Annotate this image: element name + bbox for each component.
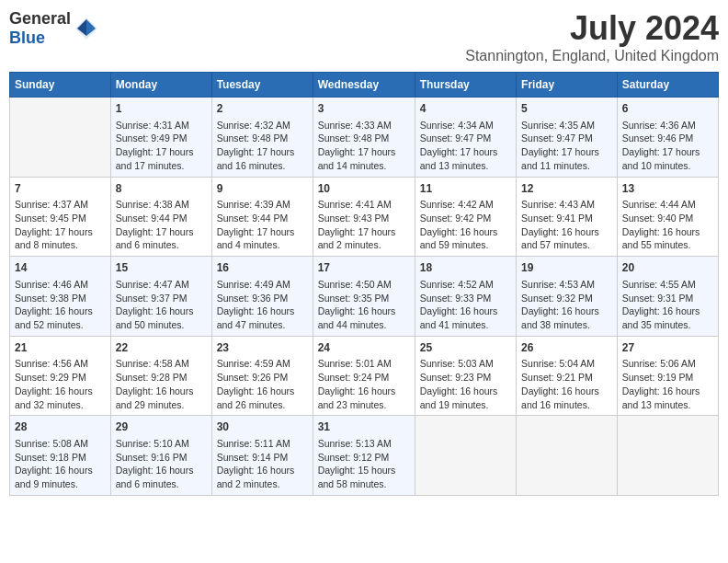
calendar-cell: 15Sunrise: 4:47 AM Sunset: 9:37 PM Dayli… bbox=[110, 257, 211, 337]
day-info: Sunrise: 4:47 AM Sunset: 9:37 PM Dayligh… bbox=[116, 278, 207, 332]
day-number: 28 bbox=[15, 419, 106, 435]
day-number: 10 bbox=[318, 181, 410, 197]
day-number: 29 bbox=[116, 419, 207, 435]
calendar-cell: 3Sunrise: 4:33 AM Sunset: 9:48 PM Daylig… bbox=[313, 98, 415, 178]
calendar-cell: 10Sunrise: 4:41 AM Sunset: 9:43 PM Dayli… bbox=[313, 177, 415, 257]
day-number: 15 bbox=[116, 260, 207, 276]
calendar-cell: 27Sunrise: 5:06 AM Sunset: 9:19 PM Dayli… bbox=[617, 336, 718, 416]
week-row-5: 28Sunrise: 5:08 AM Sunset: 9:18 PM Dayli… bbox=[10, 416, 719, 496]
day-number: 4 bbox=[420, 101, 511, 117]
header-day-wednesday: Wednesday bbox=[313, 73, 415, 98]
day-info: Sunrise: 5:11 AM Sunset: 9:14 PM Dayligh… bbox=[217, 437, 308, 491]
day-info: Sunrise: 4:52 AM Sunset: 9:33 PM Dayligh… bbox=[420, 278, 511, 332]
day-info: Sunrise: 4:53 AM Sunset: 9:32 PM Dayligh… bbox=[521, 278, 612, 332]
day-info: Sunrise: 4:38 AM Sunset: 9:44 PM Dayligh… bbox=[116, 198, 207, 252]
calendar-cell: 22Sunrise: 4:58 AM Sunset: 9:28 PM Dayli… bbox=[110, 336, 211, 416]
day-info: Sunrise: 4:33 AM Sunset: 9:48 PM Dayligh… bbox=[318, 119, 410, 173]
page-header: General Blue July 2024 Stannington, Engl… bbox=[9, 9, 719, 64]
logo-text: General Blue bbox=[9, 9, 71, 48]
day-info: Sunrise: 4:56 AM Sunset: 9:29 PM Dayligh… bbox=[15, 357, 106, 411]
day-number: 14 bbox=[15, 260, 106, 276]
calendar-cell: 12Sunrise: 4:43 AM Sunset: 9:41 PM Dayli… bbox=[517, 177, 618, 257]
day-info: Sunrise: 4:37 AM Sunset: 9:45 PM Dayligh… bbox=[15, 198, 106, 252]
day-info: Sunrise: 5:08 AM Sunset: 9:18 PM Dayligh… bbox=[15, 437, 106, 491]
calendar-cell: 9Sunrise: 4:39 AM Sunset: 9:44 PM Daylig… bbox=[211, 177, 313, 257]
day-number: 7 bbox=[15, 181, 106, 197]
logo: General Blue bbox=[9, 9, 99, 48]
day-number: 11 bbox=[420, 181, 511, 197]
header-day-sunday: Sunday bbox=[10, 73, 111, 98]
week-row-1: 1Sunrise: 4:31 AM Sunset: 9:49 PM Daylig… bbox=[10, 98, 719, 178]
week-row-4: 21Sunrise: 4:56 AM Sunset: 9:29 PM Dayli… bbox=[10, 336, 719, 416]
calendar-cell: 29Sunrise: 5:10 AM Sunset: 9:16 PM Dayli… bbox=[110, 416, 211, 496]
day-number: 5 bbox=[521, 101, 612, 117]
calendar-cell: 30Sunrise: 5:11 AM Sunset: 9:14 PM Dayli… bbox=[211, 416, 313, 496]
day-number: 9 bbox=[217, 181, 308, 197]
day-number: 16 bbox=[217, 260, 308, 276]
day-info: Sunrise: 5:03 AM Sunset: 9:23 PM Dayligh… bbox=[420, 357, 511, 411]
calendar-cell: 14Sunrise: 4:46 AM Sunset: 9:38 PM Dayli… bbox=[10, 257, 111, 337]
day-info: Sunrise: 4:31 AM Sunset: 9:49 PM Dayligh… bbox=[116, 119, 207, 173]
day-number: 8 bbox=[116, 181, 207, 197]
day-number: 1 bbox=[116, 101, 207, 117]
day-number: 13 bbox=[622, 181, 713, 197]
day-info: Sunrise: 4:41 AM Sunset: 9:43 PM Dayligh… bbox=[318, 198, 410, 252]
header-day-monday: Monday bbox=[110, 73, 211, 98]
day-info: Sunrise: 5:01 AM Sunset: 9:24 PM Dayligh… bbox=[318, 357, 410, 411]
calendar-cell: 21Sunrise: 4:56 AM Sunset: 9:29 PM Dayli… bbox=[10, 336, 111, 416]
logo-general: General bbox=[9, 9, 71, 28]
day-info: Sunrise: 4:34 AM Sunset: 9:47 PM Dayligh… bbox=[420, 119, 511, 173]
day-info: Sunrise: 4:44 AM Sunset: 9:40 PM Dayligh… bbox=[622, 198, 713, 252]
day-info: Sunrise: 4:36 AM Sunset: 9:46 PM Dayligh… bbox=[622, 119, 713, 173]
calendar-cell: 13Sunrise: 4:44 AM Sunset: 9:40 PM Dayli… bbox=[617, 177, 718, 257]
day-number: 31 bbox=[318, 419, 410, 435]
week-row-2: 7Sunrise: 4:37 AM Sunset: 9:45 PM Daylig… bbox=[10, 177, 719, 257]
day-info: Sunrise: 4:35 AM Sunset: 9:47 PM Dayligh… bbox=[521, 119, 612, 173]
logo-icon bbox=[74, 16, 99, 41]
day-number: 3 bbox=[318, 101, 410, 117]
calendar-cell: 24Sunrise: 5:01 AM Sunset: 9:24 PM Dayli… bbox=[313, 336, 415, 416]
day-info: Sunrise: 4:55 AM Sunset: 9:31 PM Dayligh… bbox=[622, 278, 713, 332]
calendar-cell bbox=[617, 416, 718, 496]
calendar-cell: 18Sunrise: 4:52 AM Sunset: 9:33 PM Dayli… bbox=[415, 257, 516, 337]
calendar-cell: 11Sunrise: 4:42 AM Sunset: 9:42 PM Dayli… bbox=[415, 177, 516, 257]
calendar-cell: 5Sunrise: 4:35 AM Sunset: 9:47 PM Daylig… bbox=[517, 98, 618, 178]
calendar-cell: 17Sunrise: 4:50 AM Sunset: 9:35 PM Dayli… bbox=[313, 257, 415, 337]
day-number: 20 bbox=[622, 260, 713, 276]
day-number: 2 bbox=[217, 101, 308, 117]
day-info: Sunrise: 4:59 AM Sunset: 9:26 PM Dayligh… bbox=[217, 357, 308, 411]
day-number: 19 bbox=[521, 260, 612, 276]
calendar-cell: 16Sunrise: 4:49 AM Sunset: 9:36 PM Dayli… bbox=[211, 257, 313, 337]
day-info: Sunrise: 5:10 AM Sunset: 9:16 PM Dayligh… bbox=[116, 437, 207, 491]
calendar-cell bbox=[517, 416, 618, 496]
calendar-cell: 31Sunrise: 5:13 AM Sunset: 9:12 PM Dayli… bbox=[313, 416, 415, 496]
day-number: 6 bbox=[622, 101, 713, 117]
day-info: Sunrise: 5:13 AM Sunset: 9:12 PM Dayligh… bbox=[318, 437, 410, 491]
day-info: Sunrise: 4:32 AM Sunset: 9:48 PM Dayligh… bbox=[217, 119, 308, 173]
calendar-cell: 28Sunrise: 5:08 AM Sunset: 9:18 PM Dayli… bbox=[10, 416, 111, 496]
calendar-body: 1Sunrise: 4:31 AM Sunset: 9:49 PM Daylig… bbox=[10, 98, 719, 496]
week-row-3: 14Sunrise: 4:46 AM Sunset: 9:38 PM Dayli… bbox=[10, 257, 719, 337]
day-number: 18 bbox=[420, 260, 511, 276]
calendar-cell: 25Sunrise: 5:03 AM Sunset: 9:23 PM Dayli… bbox=[415, 336, 516, 416]
day-info: Sunrise: 4:58 AM Sunset: 9:28 PM Dayligh… bbox=[116, 357, 207, 411]
day-number: 12 bbox=[521, 181, 612, 197]
day-number: 22 bbox=[116, 340, 207, 356]
day-number: 21 bbox=[15, 340, 106, 356]
calendar-cell: 4Sunrise: 4:34 AM Sunset: 9:47 PM Daylig… bbox=[415, 98, 516, 178]
header-day-tuesday: Tuesday bbox=[211, 73, 313, 98]
location-title: Stannington, England, United Kingdom bbox=[465, 48, 719, 64]
day-info: Sunrise: 4:39 AM Sunset: 9:44 PM Dayligh… bbox=[217, 198, 308, 252]
calendar-cell: 1Sunrise: 4:31 AM Sunset: 9:49 PM Daylig… bbox=[110, 98, 211, 178]
day-number: 25 bbox=[420, 340, 511, 356]
calendar-cell: 8Sunrise: 4:38 AM Sunset: 9:44 PM Daylig… bbox=[110, 177, 211, 257]
title-block: July 2024 Stannington, England, United K… bbox=[465, 9, 719, 64]
day-number: 30 bbox=[217, 419, 308, 435]
calendar-cell: 19Sunrise: 4:53 AM Sunset: 9:32 PM Dayli… bbox=[517, 257, 618, 337]
day-number: 26 bbox=[521, 340, 612, 356]
calendar-cell: 23Sunrise: 4:59 AM Sunset: 9:26 PM Dayli… bbox=[211, 336, 313, 416]
day-info: Sunrise: 4:42 AM Sunset: 9:42 PM Dayligh… bbox=[420, 198, 511, 252]
calendar-cell: 20Sunrise: 4:55 AM Sunset: 9:31 PM Dayli… bbox=[617, 257, 718, 337]
calendar-cell: 6Sunrise: 4:36 AM Sunset: 9:46 PM Daylig… bbox=[617, 98, 718, 178]
logo-blue: Blue bbox=[9, 29, 45, 47]
